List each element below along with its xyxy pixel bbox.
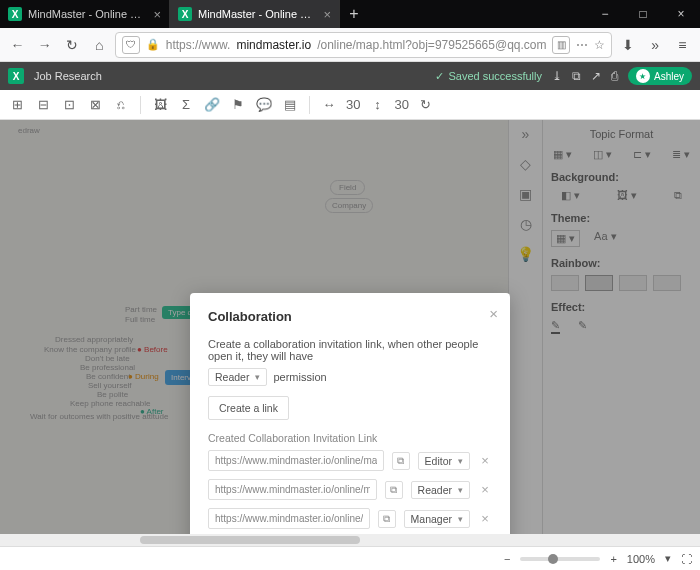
check-icon: ✓ <box>435 70 444 83</box>
appbar-actions: ⤓ ⧉ ↗ ⎙ <box>552 69 618 83</box>
appbar-action-icon[interactable]: ⧉ <box>572 69 581 83</box>
nav-menu-button[interactable]: ≡ <box>671 32 694 58</box>
permission-dropdown[interactable]: Reader <box>208 368 267 386</box>
avatar-icon: ★ <box>636 69 650 83</box>
nav-downloads-button[interactable]: ⬇ <box>616 32 639 58</box>
tool-icon[interactable]: ⊟ <box>34 96 52 114</box>
tab-title: MindMaster - Online Mind M <box>28 8 147 20</box>
tool-icon[interactable]: ⎌ <box>112 96 130 114</box>
editor-toolbar: ⊞ ⊟ ⊡ ⊠ ⎌ 🖼 Σ 🔗 ⚑ 💬 ▤ ↔ 30 ↕ 30 ↻ <box>0 90 700 120</box>
tool-image-icon[interactable]: 🖼 <box>151 96 169 114</box>
copy-link-button[interactable]: ⧉ <box>385 481 403 499</box>
window-maximize-button[interactable]: □ <box>624 0 662 28</box>
nav-overflow-button[interactable]: » <box>644 32 667 58</box>
tool-refresh-icon[interactable]: ↻ <box>417 96 435 114</box>
app-logo-icon: X <box>8 68 24 84</box>
tool-icon[interactable]: ⊠ <box>86 96 104 114</box>
tool-comment-icon[interactable]: 💬 <box>255 96 273 114</box>
remove-link-button[interactable]: × <box>478 453 492 468</box>
appbar-action-icon[interactable]: ⤓ <box>552 69 562 83</box>
zoom-out-button[interactable]: − <box>504 553 510 565</box>
appbar-action-icon[interactable]: ↗ <box>591 69 601 83</box>
more-icon[interactable]: ⋯ <box>576 38 588 52</box>
invite-link-input[interactable] <box>208 450 384 471</box>
app-bar: X Job Research ✓ Saved successfully ⤓ ⧉ … <box>0 62 700 90</box>
tool-table-icon[interactable]: ▤ <box>281 96 299 114</box>
nav-forward-button[interactable]: → <box>33 32 56 58</box>
new-tab-button[interactable]: + <box>340 0 368 28</box>
zoom-dropdown-icon[interactable]: ▾ <box>665 552 671 565</box>
nav-reload-button[interactable]: ↻ <box>60 32 83 58</box>
invite-link-input[interactable] <box>208 479 377 500</box>
modal-instruction: Create a collaboration invitation link, … <box>208 338 492 362</box>
window-close-button[interactable]: × <box>662 0 700 28</box>
permission-suffix: permission <box>273 371 326 383</box>
invite-link-row: ⧉ Manager × <box>208 508 492 529</box>
copy-link-button[interactable]: ⧉ <box>378 510 396 528</box>
zoom-in-button[interactable]: + <box>610 553 616 565</box>
bookmark-icon[interactable]: ☆ <box>594 38 605 52</box>
browser-titlebar: X MindMaster - Online Mind M × X MindMas… <box>0 0 700 28</box>
save-status-label: Saved successfully <box>448 70 542 82</box>
modal-close-button[interactable]: × <box>489 305 498 322</box>
url-path: /online/map.html?obj=979525665@qq.com <box>317 38 546 52</box>
link-role-dropdown[interactable]: Reader <box>411 481 470 499</box>
links-section-label: Created Collaboration Invitation Link <box>208 432 492 444</box>
status-bar: − + 100% ▾ ⛶ <box>0 546 700 570</box>
document-title: Job Research <box>34 70 102 82</box>
zoom-slider[interactable] <box>520 557 600 561</box>
link-role-dropdown[interactable]: Manager <box>404 510 470 528</box>
url-bar[interactable]: 🛡 🔒 https://www.mindmaster.io/online/map… <box>115 32 613 58</box>
tool-formula-icon[interactable]: Σ <box>177 96 195 114</box>
tab-close-icon[interactable]: × <box>323 7 331 22</box>
tool-tag-icon[interactable]: ⚑ <box>229 96 247 114</box>
favicon-icon: X <box>8 7 22 21</box>
tab-close-icon[interactable]: × <box>153 7 161 22</box>
page-action-icon[interactable]: ▥ <box>552 36 570 54</box>
window-controls: − □ × <box>586 0 700 28</box>
url-host: mindmaster.io <box>236 38 311 52</box>
tool-link-icon[interactable]: 🔗 <box>203 96 221 114</box>
collaboration-modal: × Collaboration Create a collaboration i… <box>190 293 510 570</box>
nav-home-button[interactable]: ⌂ <box>88 32 111 58</box>
user-name: Ashley <box>654 71 684 82</box>
fullscreen-button[interactable]: ⛶ <box>681 553 692 565</box>
invite-link-row: ⧉ Editor × <box>208 450 492 471</box>
remove-link-button[interactable]: × <box>478 482 492 497</box>
tab-title: MindMaster - Online Mind M <box>198 8 317 20</box>
tool-icon[interactable]: ⊞ <box>8 96 26 114</box>
invite-link-row: ⧉ Reader × <box>208 479 492 500</box>
remove-link-button[interactable]: × <box>478 511 492 526</box>
tool-height-value: 30 <box>394 97 408 112</box>
user-badge[interactable]: ★ Ashley <box>628 67 692 85</box>
zoom-value: 100% <box>627 553 655 565</box>
browser-navbar: ← → ↻ ⌂ 🛡 🔒 https://www.mindmaster.io/on… <box>0 28 700 62</box>
tool-icon[interactable]: ⊡ <box>60 96 78 114</box>
browser-tab[interactable]: X MindMaster - Online Mind M × <box>0 0 170 28</box>
favicon-icon: X <box>178 7 192 21</box>
save-status: ✓ Saved successfully <box>435 70 542 83</box>
link-role-dropdown[interactable]: Editor <box>418 452 470 470</box>
nav-back-button[interactable]: ← <box>6 32 29 58</box>
window-minimize-button[interactable]: − <box>586 0 624 28</box>
appbar-action-icon[interactable]: ⎙ <box>611 69 618 83</box>
lock-icon: 🔒 <box>146 38 160 51</box>
tool-height-icon[interactable]: ↕ <box>368 96 386 114</box>
modal-title: Collaboration <box>208 309 492 324</box>
horizontal-scrollbar[interactable] <box>0 534 700 546</box>
main-area: edraw Field Company Part time Full time … <box>0 120 700 546</box>
copy-link-button[interactable]: ⧉ <box>392 452 410 470</box>
url-prefix: https://www. <box>166 38 231 52</box>
invite-link-input[interactable] <box>208 508 370 529</box>
create-link-button[interactable]: Create a link <box>208 396 289 420</box>
browser-tab-active[interactable]: X MindMaster - Online Mind M × <box>170 0 340 28</box>
tool-width-value: 30 <box>346 97 360 112</box>
shield-icon: 🛡 <box>122 36 140 54</box>
tool-width-icon[interactable]: ↔ <box>320 96 338 114</box>
